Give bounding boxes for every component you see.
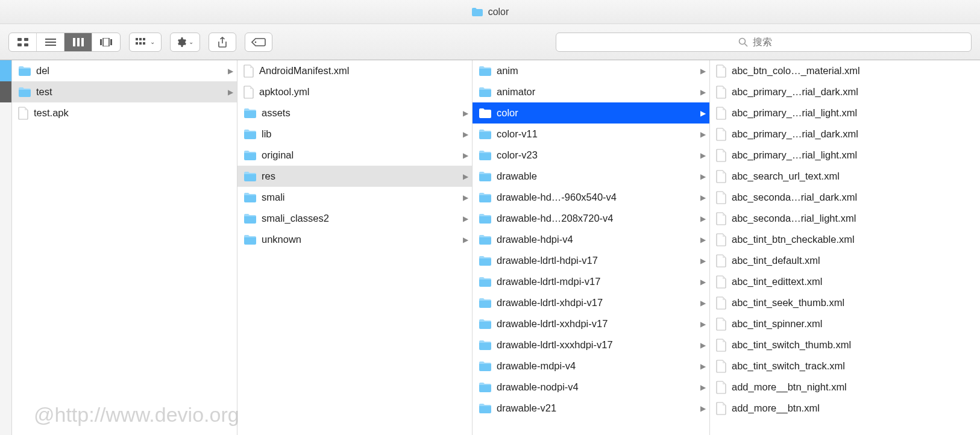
folder-row[interactable]: smali [237, 187, 472, 208]
folder-row[interactable]: drawable-ldrtl-xxxhdpi-v17 [473, 334, 709, 355]
search-box[interactable] [556, 33, 972, 52]
file-row[interactable]: AndroidManifest.xml [237, 60, 472, 81]
folder-row[interactable]: unknown [237, 229, 472, 250]
svg-rect-9 [81, 38, 84, 46]
view-columns-button[interactable] [64, 33, 92, 51]
folder-row[interactable]: drawable-hdpi-v4 [473, 229, 709, 250]
tags-button[interactable] [245, 33, 272, 52]
folder-row[interactable]: color-v23 [473, 145, 709, 166]
action-menu-button[interactable]: ⌄ [170, 33, 200, 52]
row-label: abc_primary_…rial_dark.xml [732, 86, 976, 98]
file-icon [716, 275, 727, 289]
column-4[interactable]: abc_btn_colo…_material.xmlabc_primary_…r… [710, 60, 980, 435]
column-2[interactable]: AndroidManifest.xmlapktool.ymlassetslibo… [237, 60, 473, 435]
file-row[interactable]: add_more__btn.xml [710, 398, 980, 419]
folder-icon [479, 150, 492, 161]
share-button[interactable] [209, 33, 236, 52]
file-row[interactable]: abc_seconda…rial_light.xml [710, 208, 980, 229]
row-label: smali [262, 192, 460, 203]
file-row[interactable]: abc_seconda…rial_dark.xml [710, 187, 980, 208]
folder-row[interactable]: drawable-ldrtl-hdpi-v17 [473, 250, 709, 271]
file-row[interactable]: abc_search_url_text.xml [710, 166, 980, 187]
file-row[interactable]: abc_tint_switch_thumb.xml [710, 334, 980, 355]
toolbar: ⌄ ⌄ [0, 24, 980, 60]
file-row[interactable]: abc_tint_seek_thumb.xml [710, 292, 980, 313]
folder-row[interactable]: animator [473, 81, 709, 102]
svg-rect-12 [110, 39, 112, 45]
folder-row[interactable]: drawable-v21 [473, 398, 709, 419]
file-row[interactable]: abc_primary_…rial_dark.xml [710, 124, 980, 145]
view-list-button[interactable] [37, 33, 64, 51]
file-row[interactable]: abc_btn_colo…_material.xml [710, 60, 980, 81]
folder-row[interactable]: drawable-hd…-960x540-v4 [473, 187, 709, 208]
folder-row[interactable]: drawable-hd…208x720-v4 [473, 208, 709, 229]
folder-row[interactable]: assets [237, 102, 472, 124]
row-label: drawable-v21 [497, 402, 698, 414]
file-row[interactable]: abc_primary_…rial_light.xml [710, 102, 980, 124]
folder-row[interactable]: drawable-nodpi-v4 [473, 377, 709, 398]
folder-row[interactable]: color [473, 102, 709, 124]
chevron-right-icon [228, 67, 233, 75]
chevron-right-icon [700, 383, 706, 392]
folder-row[interactable]: drawable-mdpi-v4 [473, 355, 709, 377]
chevron-right-icon [700, 257, 706, 265]
folder-icon [479, 255, 492, 266]
column-1[interactable]: deltesttest.apk [12, 60, 237, 435]
folder-row[interactable]: drawable-ldrtl-xxhdpi-v17 [473, 313, 709, 334]
svg-rect-5 [45, 42, 56, 43]
file-row[interactable]: abc_tint_default.xml [710, 250, 980, 271]
folder-icon [243, 150, 257, 161]
folder-row[interactable]: drawable-ldrtl-xhdpi-v17 [473, 292, 709, 313]
svg-rect-11 [103, 38, 109, 46]
chevron-right-icon [700, 214, 706, 223]
folder-row[interactable]: drawable [473, 166, 709, 187]
sidebar-tag[interactable] [0, 60, 12, 81]
file-icon [243, 64, 254, 78]
view-gallery-button[interactable] [92, 33, 120, 51]
folder-icon [18, 66, 31, 77]
svg-rect-13 [136, 38, 138, 40]
chevron-down-icon: ⌄ [150, 39, 155, 45]
row-label: drawable-hd…208x720-v4 [497, 213, 698, 224]
file-row[interactable]: add_more__btn_night.xml [710, 377, 980, 398]
row-label: abc_btn_colo…_material.xml [732, 65, 976, 77]
folder-row[interactable]: anim [473, 60, 709, 81]
svg-rect-7 [73, 38, 75, 46]
file-icon [716, 128, 727, 141]
chevron-right-icon [700, 404, 706, 413]
row-label: drawable [497, 171, 698, 182]
row-label: color-v11 [497, 128, 698, 140]
file-row[interactable]: abc_primary_…rial_dark.xml [710, 81, 980, 102]
arrange-button[interactable]: ⌄ [129, 33, 162, 52]
chevron-right-icon [463, 151, 468, 160]
file-icon [716, 64, 727, 78]
folder-row[interactable]: color-v11 [473, 124, 709, 145]
folder-row[interactable]: test [12, 81, 237, 102]
file-row[interactable]: test.apk [12, 102, 237, 124]
view-icons-button[interactable] [9, 33, 37, 51]
column-browser: deltesttest.apk AndroidManifest.xmlapkto… [0, 60, 980, 435]
svg-rect-14 [139, 38, 142, 40]
row-label: abc_primary_…rial_light.xml [732, 107, 976, 119]
folder-icon [479, 403, 492, 414]
search-icon [738, 37, 748, 47]
file-row[interactable]: abc_tint_switch_track.xml [710, 355, 980, 377]
column-3[interactable]: animanimatorcolorcolor-v11color-v23drawa… [473, 60, 710, 435]
file-row[interactable]: abc_tint_spinner.xml [710, 313, 980, 334]
folder-row[interactable]: smali_classes2 [237, 208, 472, 229]
file-icon [716, 381, 727, 394]
search-input[interactable] [753, 37, 789, 48]
file-row[interactable]: abc_tint_btn_checkable.xml [710, 229, 980, 250]
folder-row[interactable]: res [237, 166, 472, 187]
folder-row[interactable]: del [12, 60, 237, 81]
file-row[interactable]: abc_primary_…rial_light.xml [710, 145, 980, 166]
sidebar-tag[interactable] [0, 81, 12, 102]
view-mode-group [8, 33, 121, 52]
folder-row[interactable]: drawable-ldrtl-mdpi-v17 [473, 271, 709, 292]
row-label: apktool.yml [259, 86, 468, 98]
folder-row[interactable]: original [237, 145, 472, 166]
chevron-right-icon [463, 236, 468, 244]
file-row[interactable]: apktool.yml [237, 81, 472, 102]
file-row[interactable]: abc_tint_edittext.xml [710, 271, 980, 292]
folder-row[interactable]: lib [237, 124, 472, 145]
